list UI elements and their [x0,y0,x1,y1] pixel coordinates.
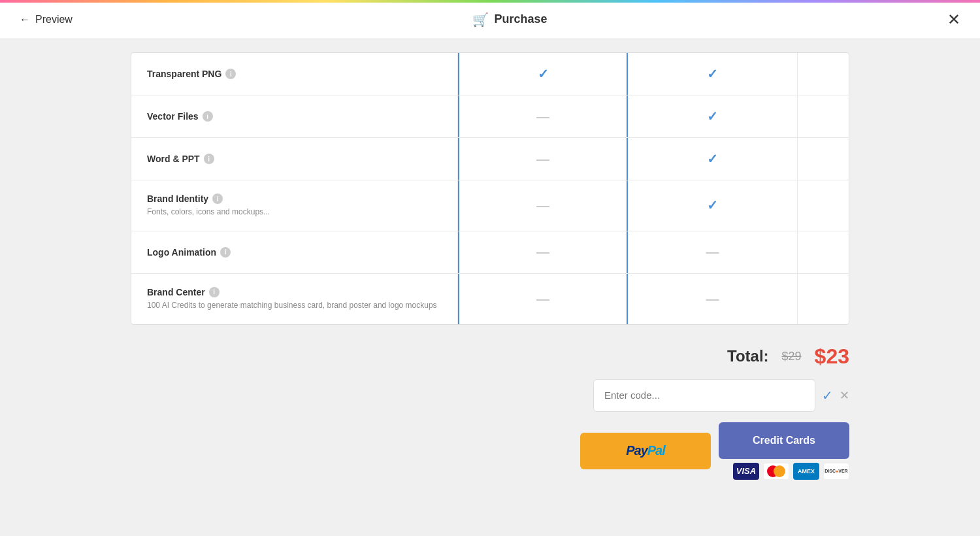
paypal-button[interactable]: PayPal [580,433,711,469]
feature-name: Word & PPT i [147,154,214,164]
value-cell-col2: ✓ [628,180,798,231]
rainbow-bar [0,0,980,3]
credit-cards-button[interactable]: Credit Cards [719,422,849,459]
visa-icon: VISA [733,463,759,480]
value-cell-col2: ✓ [628,53,798,95]
feature-subtitle: Fonts, colors, icons and mockups... [147,207,270,218]
value-cell-col3: ✓ [798,180,849,231]
info-icon[interactable]: i [204,154,214,164]
check-icon: ✓ [707,197,718,213]
feature-name: Vector Files i [147,111,213,122]
value-cell-col3: ✓ [798,53,849,95]
feature-name: Brand Identity i [147,193,223,204]
dash-icon: — [536,292,549,307]
feature-label: Logo Animation [147,247,216,258]
title-text: Purchase [494,12,547,26]
feature-name: Brand Center i [147,287,220,297]
info-icon[interactable]: i [225,69,236,79]
discover-icon: DISC●VER [823,463,849,480]
value-cell-col1: — [458,95,628,137]
feature-cell: Transparent PNG i [131,53,458,95]
mastercard-icon [763,463,789,480]
total-row: Total: $29 $23 [727,344,849,369]
value-cell-col3: ✓ [798,95,849,137]
check-icon: ✓ [707,109,718,124]
value-cell-col1: — [458,231,628,273]
info-icon[interactable]: i [220,247,231,258]
value-cell-col1: — [458,138,628,180]
value-cell-col3: ✓ [798,138,849,180]
value-cell-col1: — [458,274,628,324]
table-row: Vector Files i — ✓ ✓ [131,95,849,138]
check-icon: ✓ [707,66,718,82]
dash-icon: — [706,292,719,307]
value-cell-col2: — [628,231,798,273]
comparison-table: Transparent PNG i ✓ ✓ ✓ Vector Files i [131,52,849,325]
value-cell-col1: — [458,180,628,231]
value-cell-col3: ✓ [798,231,849,273]
credit-card-section: Credit Cards VISA AMEX DISC●VER [719,422,849,480]
preview-label: Preview [35,14,73,25]
feature-cell: Brand Identity i Fonts, colors, icons an… [131,180,458,231]
coupon-clear-icon[interactable]: ✕ [840,388,849,403]
mc-orange-circle [774,465,785,477]
coupon-input[interactable] [593,379,815,412]
feature-name: Transparent PNG i [147,69,236,79]
table-row: Word & PPT i — ✓ ✓ [131,138,849,180]
total-label: Total: [727,347,769,365]
value-cell-col1: ✓ [458,53,628,95]
value-cell-col2: — [628,274,798,324]
preview-button[interactable]: ← Preview [20,14,73,25]
feature-label: Word & PPT [147,154,200,164]
dash-icon: — [536,244,549,260]
feature-subtitle: 100 AI Credits to generate matching busi… [147,300,437,311]
old-price: $29 [782,350,802,363]
dash-icon: — [536,152,549,167]
check-icon: ✓ [538,66,549,82]
close-button[interactable]: ✕ [947,10,960,29]
info-icon[interactable]: i [209,287,220,297]
info-icon[interactable]: i [212,193,223,204]
check-icon: ✓ [707,151,718,167]
bottom-section: Total: $29 $23 ✓ ✕ PayPal Credit Cards V… [131,344,849,480]
feature-label: Transparent PNG [147,69,221,79]
header: ← Preview 🛒 Purchase ✕ [0,0,980,39]
coupon-row: ✓ ✕ [593,379,849,412]
feature-label: Brand Center [147,287,205,297]
new-price: $23 [815,344,849,369]
back-arrow-icon: ← [20,14,30,25]
dash-icon: — [706,244,719,260]
feature-cell: Logo Animation i [131,231,458,273]
feature-label: Brand Identity [147,193,208,204]
feature-cell: Word & PPT i [131,138,458,180]
feature-cell: Vector Files i [131,95,458,137]
paypal-logo: PayPal [626,443,665,458]
main-content: Transparent PNG i ✓ ✓ ✓ Vector Files i [0,39,980,536]
feature-label: Vector Files [147,111,199,122]
feature-cell: Brand Center i 100 AI Credits to generat… [131,274,458,324]
card-icons-row: VISA AMEX DISC●VER [733,463,849,480]
dash-icon: — [536,198,549,213]
feature-name: Logo Animation i [147,247,231,258]
table-row: Brand Center i 100 AI Credits to generat… [131,274,849,324]
cart-icon: 🛒 [472,12,489,27]
dash-icon: — [536,109,549,124]
table-row: Brand Identity i Fonts, colors, icons an… [131,180,849,231]
info-icon[interactable]: i [203,111,213,122]
amex-icon: AMEX [793,463,819,480]
page-title: 🛒 Purchase [472,12,547,27]
value-cell-col3: ✓ [798,274,849,324]
payment-row: PayPal Credit Cards VISA AMEX [580,422,849,480]
coupon-confirm-icon[interactable]: ✓ [822,388,833,403]
value-cell-col2: ✓ [628,138,798,180]
table-row: Logo Animation i — — ✓ [131,231,849,274]
table-row: Transparent PNG i ✓ ✓ ✓ [131,53,849,95]
value-cell-col2: ✓ [628,95,798,137]
